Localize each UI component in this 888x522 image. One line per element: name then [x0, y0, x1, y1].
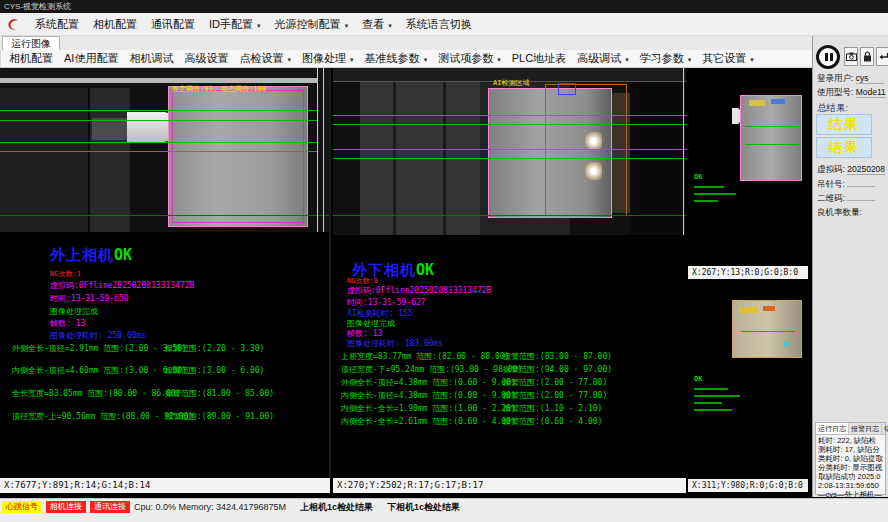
ok-status: OK — [114, 246, 132, 264]
screw-highlight — [585, 132, 602, 150]
chevron-down-icon: ▾ — [350, 56, 354, 63]
menu-item-camera-config[interactable]: 相机配置 — [93, 17, 137, 32]
toolbar-baseline-params[interactable]: 基准线参数 ▾ — [365, 51, 428, 66]
toolbar-plc-address-table[interactable]: PLC地址表 — [512, 51, 566, 66]
heartbeat-status-badge: 心跳信号 — [2, 501, 42, 513]
measure-line — [0, 120, 318, 121]
model-field[interactable]: Mode11 — [856, 87, 886, 98]
preview-view-top[interactable]: OK — [688, 68, 808, 266]
measure-line — [745, 144, 799, 145]
pause-button[interactable] — [816, 45, 840, 69]
annotation-mark — [694, 186, 724, 188]
menu-item-system-config[interactable]: 系统配置 — [35, 17, 79, 32]
count-row: 良机率数量: — [817, 207, 862, 219]
ok-status: OK — [416, 261, 434, 279]
vcode-field[interactable]: 20250208 — [847, 164, 885, 175]
status-bar: 心跳信号 相机连接 通讯连接 Cpu: 0.0% Memory: 3424.41… — [0, 498, 888, 522]
measurement-row: 顶径宽度-下=95.24mm 范围:(93.00 - 98.00) — [341, 364, 522, 375]
needle-field[interactable] — [847, 186, 875, 187]
toolbar-other-settings[interactable]: 其它设置 ▾ — [702, 51, 754, 66]
tab-strip: 运行图像 — [0, 36, 888, 51]
toolbar-camera-debug[interactable]: 相机调试 — [129, 51, 173, 66]
qr-row: 二维码: — [817, 193, 875, 205]
toolbar: 相机配置 AI使用配置 相机调试 高级设置 点检设置 ▾ 图像处理 ▾ 基准线参… — [0, 50, 888, 68]
title-bar: CYS-视觉检测系统 — [0, 0, 888, 13]
toolbar-learning-params[interactable]: 学习参数 ▾ — [640, 51, 692, 66]
log-tab-alarm[interactable]: 报警日志 — [849, 423, 882, 434]
alarm-range: 报警范围:(3.00 - 6.00) — [165, 365, 264, 376]
time-line: 时间:13-31-59-650 — [50, 293, 129, 304]
chevron-down-icon: ▾ — [287, 56, 291, 63]
qr-field[interactable] — [847, 200, 875, 201]
login-user-field[interactable]: cys — [856, 73, 884, 84]
measure-line — [333, 215, 686, 216]
log-tab-error[interactable]: 错误日志 — [882, 423, 888, 434]
annotation-mark — [771, 99, 785, 104]
camera-view-upper-outer[interactable]: 固定阈值:93, 动态阈值:100 外上相机OK NG次数:1 虚拟码:0Ffl… — [0, 68, 331, 478]
menu-item-light-control[interactable]: 光源控制配置 ▾ — [275, 17, 349, 32]
ng-count: NG次数:1 — [50, 269, 81, 279]
chevron-down-icon: ▾ — [388, 22, 392, 29]
process-done-line: 图像处理完成 — [50, 306, 98, 317]
toolbar-advanced-debug[interactable]: 高级调试 ▾ — [577, 51, 629, 66]
measurement-row: 内侧全长-顶径=4.60mm 范围:(3.00 - 6.00) — [12, 365, 187, 376]
tab-run-image[interactable]: 运行图像 — [2, 36, 60, 50]
pixel-coords-lower: X:270;Y:2502;R:17;G:17;B:17 — [333, 478, 686, 493]
login-user-row: 登录用户: cys — [817, 73, 884, 85]
return-button[interactable] — [876, 47, 888, 66]
result-box-2: 结果 — [816, 137, 872, 158]
camera-view-lower-outer[interactable]: AI检测区域 外下相机OK NG次数:0 虚拟码:0Ffline20250208… — [333, 68, 686, 478]
toolbar-image-processing[interactable]: 图像处理 ▾ — [302, 51, 354, 66]
toolbar-spot-check[interactable]: 点检设置 ▾ — [239, 51, 291, 66]
annotation-mark — [694, 388, 728, 390]
log-tabs: 运行日志 报警日志 错误日志 — [816, 423, 885, 435]
measure-line — [0, 110, 318, 111]
needle-label: 吊针号: — [817, 179, 845, 189]
pause-icon — [830, 53, 833, 61]
cpu-memory-status: Cpu: 0.0% Memory: 3424.41796875M — [134, 501, 286, 513]
toolbar-ai-usage-config[interactable]: AI使用配置 — [64, 51, 118, 66]
machine-arm — [92, 118, 132, 140]
annotation-mark — [694, 200, 718, 202]
lock-icon — [863, 51, 872, 62]
qr-label: 二维码: — [817, 193, 845, 203]
annotation-mark — [763, 306, 775, 311]
part-outline — [168, 86, 308, 227]
alarm-range: 报警范围:(81.00 - 85.00) — [165, 388, 274, 399]
annotation-mark — [694, 395, 740, 397]
camera-snapshot-button[interactable] — [844, 47, 858, 66]
menu-item-language-switch[interactable]: 系统语言切换 — [406, 17, 472, 32]
ai-region-label: AI检测区域 — [493, 78, 529, 88]
measurement-row: 上桥宽度=83.77mm 范围:(82.00 - 88.00) — [341, 351, 509, 362]
annotation-mark — [749, 100, 765, 106]
annotation-mark — [694, 409, 732, 411]
count-label: 良机率数量: — [817, 207, 862, 217]
lock-button[interactable] — [860, 47, 874, 66]
reference-line — [323, 68, 324, 232]
menu-item-view[interactable]: 查看 ▾ — [362, 17, 392, 32]
toolbar-test-item-params[interactable]: 测试项参数 ▾ — [438, 51, 501, 66]
toolbar-camera-config[interactable]: 相机配置 — [9, 51, 53, 66]
log-panel: 运行日志 报警日志 错误日志 耗时: 222, 缺陷检测耗时: 17, 缺陷分类… — [815, 422, 886, 495]
measure-line — [745, 126, 799, 127]
toolbar-advanced-settings[interactable]: 高级设置 — [184, 51, 228, 66]
annotation-mark — [783, 341, 789, 347]
preview-view-bottom[interactable]: OK — [688, 280, 808, 478]
menu-item-comm-config[interactable]: 通讯配置 — [151, 17, 195, 32]
alarm-range: 报警范围:(1.10 - 2.10) — [503, 403, 602, 414]
pixel-coords-preview-top: X:267;Y:13;R:0;G:0;B:0 — [688, 266, 808, 279]
annotation-mark — [694, 193, 736, 195]
camera-image-lower: AI检测区域 — [333, 68, 686, 235]
pause-icon — [825, 53, 828, 61]
measure-line — [333, 158, 686, 159]
app-logo-icon — [6, 17, 21, 32]
measurement-row: 全长宽度=83.05mm 范围:(80.00 - 86.00) — [12, 388, 180, 399]
reference-line — [317, 68, 318, 232]
measure-line — [0, 142, 318, 143]
log-tab-run[interactable]: 运行日志 — [816, 423, 849, 434]
measure-line — [0, 215, 329, 216]
ok-status: OK — [694, 375, 702, 383]
connector-part — [127, 112, 173, 142]
menu-item-id-config[interactable]: ID手配置 ▾ — [209, 17, 261, 32]
login-user-label: 登录用户: — [817, 73, 853, 83]
